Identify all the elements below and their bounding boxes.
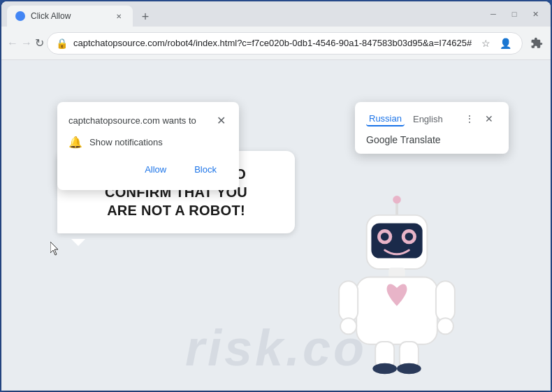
popup-close-button[interactable]: ✕ — [214, 113, 228, 127]
navigation-bar: ← → ↻ 🔒 captchatopsource.com/robot4/inde… — [1, 27, 551, 60]
svg-point-16 — [372, 363, 397, 374]
russian-lang-button[interactable]: Russian — [366, 112, 405, 126]
close-button[interactable]: ✕ — [525, 4, 545, 24]
url-text: captchatopsource.com/robot4/index.html?c… — [73, 38, 472, 48]
mouse-cursor — [50, 242, 59, 254]
bookmark-icon[interactable]: ☆ — [477, 35, 494, 52]
title-bar: Click Allow ✕ + ─ □ ✕ — [1, 1, 551, 27]
back-button[interactable]: ← — [7, 32, 18, 55]
svg-rect-10 — [339, 281, 358, 321]
translate-languages: Russian English — [366, 112, 446, 126]
translate-service-name: Google Translate — [366, 134, 497, 145]
robot-illustration — [327, 195, 467, 377]
english-lang-button[interactable]: English — [410, 112, 446, 126]
translate-header: Russian English ⋮ ✕ — [366, 110, 497, 127]
tab-area: Click Allow ✕ + — [7, 1, 484, 27]
svg-point-7 — [405, 233, 414, 241]
active-tab[interactable]: Click Allow ✕ — [7, 6, 133, 27]
page-content: risk.co captchatopsource.com wants to ✕ … — [1, 60, 551, 391]
browser-window: Click Allow ✕ + ─ □ ✕ ← → ↻ 🔒 captchatop… — [1, 1, 551, 391]
lock-icon: 🔒 — [56, 38, 68, 49]
window-controls: ─ □ ✕ — [484, 4, 545, 24]
menu-icon[interactable]: ⋮ — [549, 32, 552, 55]
tab-favicon — [15, 11, 25, 21]
tab-title: Click Allow — [31, 11, 108, 21]
minimize-button[interactable]: ─ — [484, 4, 503, 24]
svg-point-5 — [381, 233, 389, 241]
svg-point-17 — [397, 363, 421, 374]
bell-icon: 🔔 — [68, 136, 82, 149]
svg-point-13 — [437, 318, 453, 334]
popup-header: captchatopsource.com wants to ✕ — [68, 113, 228, 127]
svg-point-12 — [340, 318, 356, 334]
address-bar[interactable]: 🔒 captchatopsource.com/robot4/index.html… — [47, 32, 523, 55]
popup-title: captchatopsource.com wants to — [68, 115, 196, 126]
nav-right-buttons: ⋮ — [525, 32, 552, 55]
maximize-button[interactable]: □ — [504, 4, 524, 24]
svg-rect-11 — [436, 281, 455, 321]
address-bar-icons: ☆ 👤 — [477, 35, 514, 52]
extensions-icon[interactable] — [525, 32, 548, 55]
new-tab-button[interactable]: + — [136, 7, 155, 27]
show-notifications-text: Show notifications — [89, 137, 163, 147]
translate-popup: Russian English ⋮ ✕ Google Translate — [355, 102, 509, 154]
allow-button[interactable]: Allow — [133, 160, 177, 179]
refresh-button[interactable]: ↻ — [35, 32, 44, 55]
popup-notification-item: 🔔 Show notifications — [68, 136, 228, 149]
block-button[interactable]: Block — [183, 160, 228, 179]
tab-close-button[interactable]: ✕ — [113, 10, 124, 22]
popup-buttons: Allow Block — [68, 160, 228, 179]
svg-point-1 — [393, 196, 401, 204]
translate-more-icon[interactable]: ⋮ — [461, 110, 478, 127]
svg-rect-9 — [356, 277, 437, 344]
translate-icons: ⋮ ✕ — [461, 110, 497, 127]
translate-close-icon[interactable]: ✕ — [481, 110, 497, 127]
profile-icon[interactable]: 👤 — [497, 35, 514, 52]
forward-button[interactable]: → — [21, 32, 32, 55]
notification-popup: captchatopsource.com wants to ✕ 🔔 Show n… — [57, 102, 239, 190]
